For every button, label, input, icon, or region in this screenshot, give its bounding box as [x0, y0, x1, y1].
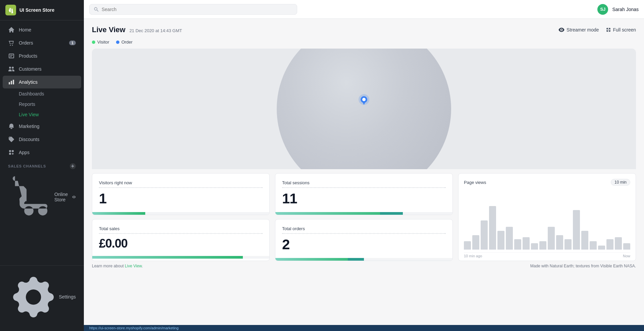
orders-card: Total orders 2: [275, 219, 453, 261]
reports-label: Reports: [19, 102, 35, 107]
visitors-card: Visitors right now 1: [92, 173, 270, 215]
sidebar-subitem-reports[interactable]: Reports: [3, 99, 81, 109]
streamer-mode-label: Streamer mode: [567, 27, 599, 32]
dashboards-label: Dashboards: [19, 91, 44, 96]
streamer-mode-button[interactable]: Streamer mode: [558, 27, 599, 33]
chart-bar: [506, 227, 513, 250]
sidebar-item-marketing[interactable]: Marketing: [3, 120, 81, 133]
sidebar-header: UI Screen Store: [0, 0, 84, 20]
chart-bar: [573, 210, 580, 250]
sales-channels-section: SALES CHANNELS +: [0, 159, 84, 171]
customers-label: Customers: [19, 66, 42, 72]
sidebar-item-orders[interactable]: Orders 1: [3, 37, 81, 49]
sidebar-item-online-store[interactable]: Online Store: [3, 171, 81, 223]
visitor-dot: [92, 41, 95, 44]
chart-bar: [489, 206, 496, 250]
map-container: [92, 49, 636, 169]
page-title: Live View: [92, 25, 125, 34]
eye-icon: [72, 194, 76, 200]
full-screen-button[interactable]: Full screen: [606, 27, 636, 32]
page-footer: Learn more about Live View. Made with Na…: [84, 261, 644, 271]
visitors-label: Visitors right now: [99, 180, 263, 188]
chart-bar: [481, 220, 488, 250]
order-dot: [116, 41, 119, 44]
visitors-bar: [92, 212, 269, 215]
content: Live View 21 Dec 2020 at 14:43 GMT Strea…: [84, 19, 644, 325]
map-legend: Visitor Order: [84, 38, 644, 49]
page-views-header: Page views 10 min: [464, 179, 630, 186]
svg-point-4: [362, 98, 366, 101]
sessions-label: Total sessions: [282, 180, 446, 188]
marketing-label: Marketing: [19, 124, 39, 129]
sidebar-subitem-live-view[interactable]: Live View: [3, 110, 81, 120]
sidebar: UI Screen Store Home Orders 1 Products C…: [0, 0, 84, 331]
sessions-value: 11: [282, 191, 446, 207]
online-store-label: Online Store: [54, 192, 72, 202]
topbar-right: SJ Sarah Jonas: [597, 4, 639, 15]
sidebar-item-home[interactable]: Home: [3, 23, 81, 36]
page-title-area: Live View 21 Dec 2020 at 14:43 GMT: [92, 25, 182, 34]
chart-bar: [514, 239, 521, 250]
page-header-actions: Streamer mode Full screen: [558, 27, 636, 33]
visitor-label: Visitor: [97, 40, 109, 45]
sales-bar-fill: [92, 256, 243, 259]
footer-attribution: Made with Natural Earth; textures from V…: [530, 264, 636, 268]
sidebar-item-customers[interactable]: Customers: [3, 63, 81, 75]
chart-bar: [598, 246, 605, 250]
search-input[interactable]: [102, 7, 293, 12]
settings-label: Settings: [59, 294, 76, 300]
sidebar-item-analytics[interactable]: Analytics: [3, 76, 81, 88]
orders-value: 2: [282, 237, 446, 253]
sidebar-item-discounts[interactable]: Discounts: [3, 133, 81, 146]
sales-bar: [92, 256, 269, 259]
sidebar-item-apps[interactable]: Apps: [3, 146, 81, 159]
orders-bar-fill: [275, 258, 364, 261]
sidebar-item-settings[interactable]: Settings: [3, 269, 81, 325]
chart-bar: [623, 243, 630, 250]
svg-point-0: [10, 45, 11, 46]
products-label: Products: [19, 53, 37, 59]
sidebar-bottom: Settings: [0, 265, 84, 331]
live-view-label: Live View: [19, 112, 39, 117]
visitor-legend: Visitor: [92, 40, 109, 45]
chart-bar: [539, 241, 546, 250]
chart-area: [464, 188, 630, 251]
chart-bar: [548, 227, 555, 250]
chart-footer: 10 min ago Now: [464, 252, 630, 261]
sales-label: Total sales: [99, 226, 263, 234]
order-label: Order: [121, 40, 132, 45]
search-box[interactable]: [89, 4, 297, 15]
discounts-label: Discounts: [19, 137, 39, 142]
full-screen-label: Full screen: [613, 27, 636, 32]
analytics-label: Analytics: [19, 79, 38, 85]
chart-bar: [497, 231, 504, 250]
map-pin: [359, 94, 369, 109]
sessions-bar: [275, 212, 452, 215]
search-icon: [94, 7, 99, 12]
shopify-logo: [5, 5, 16, 15]
page-views-card: Page views 10 min 10 min ago Now: [458, 173, 636, 261]
chart-bar: [523, 237, 530, 250]
chart-bar: [464, 241, 471, 250]
footer-text: Learn more about Live View.: [92, 264, 143, 268]
page-subtitle: 21 Dec 2020 at 14:43 GMT: [129, 28, 182, 33]
visitors-bar-fill: [92, 212, 145, 215]
chart-bar: [556, 235, 563, 250]
chart-bar: [472, 235, 479, 250]
orders-bar: [275, 258, 452, 261]
sidebar-item-products[interactable]: Products: [3, 50, 81, 62]
sidebar-subitem-dashboards[interactable]: Dashboards: [3, 89, 81, 99]
add-sales-channel-button[interactable]: +: [70, 163, 76, 169]
time-badge: 10 min: [611, 179, 630, 186]
svg-point-1: [12, 45, 13, 46]
status-bar: https://ui-screen-store.myshopify.com/ad…: [84, 325, 644, 331]
sales-value: £0.00: [99, 237, 263, 251]
sessions-bar-fill: [275, 212, 403, 215]
live-view-link[interactable]: Live View: [125, 264, 142, 268]
chart-bar: [606, 239, 613, 250]
page-views-title: Page views: [464, 180, 486, 185]
chart-bar: [581, 231, 588, 250]
chart-time-start: 10 min ago: [464, 254, 482, 258]
stats-grid: Visitors right now 1 Total sessions 11: [84, 169, 644, 261]
avatar: SJ: [597, 4, 608, 15]
